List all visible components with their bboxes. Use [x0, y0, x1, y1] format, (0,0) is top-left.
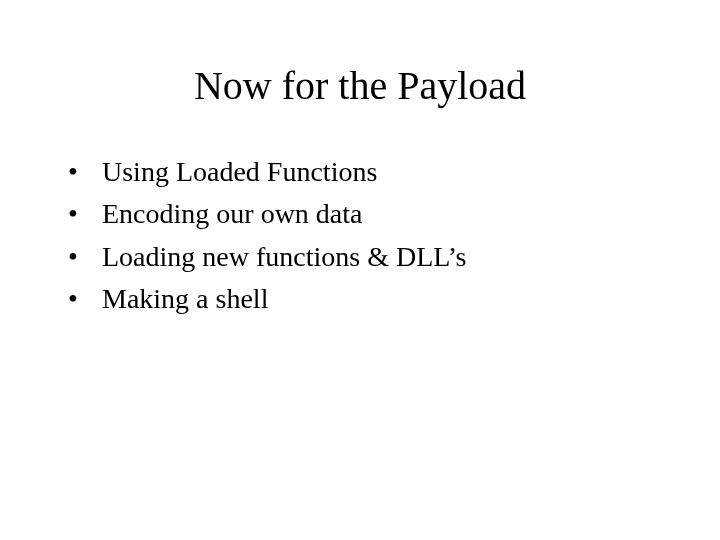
bullet-list: • Using Loaded Functions • Encoding our …: [60, 154, 660, 318]
list-item: • Loading new functions & DLL’s: [68, 239, 660, 275]
list-item: • Encoding our own data: [68, 196, 660, 232]
slide-container: Now for the Payload • Using Loaded Funct…: [0, 0, 720, 540]
bullet-icon: •: [68, 154, 80, 190]
bullet-text: Loading new functions & DLL’s: [102, 239, 466, 275]
bullet-icon: •: [68, 239, 80, 275]
bullet-text: Making a shell: [102, 281, 268, 317]
bullet-text: Using Loaded Functions: [102, 154, 377, 190]
bullet-text: Encoding our own data: [102, 196, 363, 232]
list-item: • Making a shell: [68, 281, 660, 317]
bullet-icon: •: [68, 196, 80, 232]
slide-title: Now for the Payload: [60, 62, 660, 109]
list-item: • Using Loaded Functions: [68, 154, 660, 190]
bullet-icon: •: [68, 281, 80, 317]
